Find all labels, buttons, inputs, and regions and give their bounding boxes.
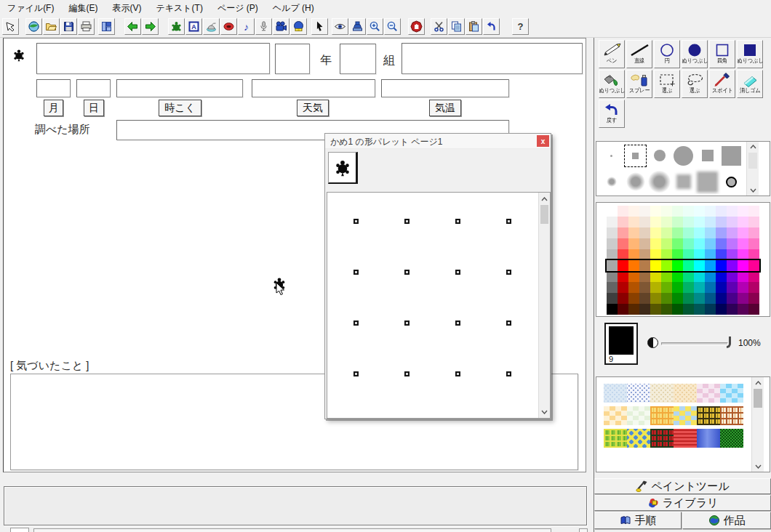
scroll-up-icon[interactable] <box>747 142 759 152</box>
brush-option[interactable] <box>695 169 719 195</box>
toolbar-select-mode-button[interactable] <box>2 18 19 35</box>
shape-slot[interactable] <box>455 270 460 275</box>
palette-color[interactable] <box>650 260 661 271</box>
toolbar-stop-button[interactable] <box>408 18 425 35</box>
brush-option[interactable] <box>671 169 695 195</box>
palette-color[interactable] <box>672 227 683 238</box>
name-field[interactable] <box>36 43 270 74</box>
palette-color[interactable] <box>748 304 759 315</box>
palette-color[interactable] <box>694 238 705 249</box>
toolbar-zoom-out-button[interactable] <box>384 18 401 35</box>
palette-color[interactable] <box>618 271 628 282</box>
dialog-titlebar[interactable]: かめ1 の形パレット ページ1 x <box>325 134 551 149</box>
palette-color[interactable] <box>738 304 748 315</box>
shape-slot[interactable] <box>455 219 460 224</box>
palette-color[interactable] <box>661 282 672 293</box>
tool-circle-outline-button[interactable]: 円 <box>654 40 680 68</box>
palette-color[interactable] <box>672 260 683 271</box>
tool-line-button[interactable]: 直線 <box>626 40 652 68</box>
works-button[interactable]: 作品 <box>682 512 771 529</box>
toolbar-undo-button[interactable] <box>483 18 500 35</box>
palette-color[interactable] <box>650 227 661 238</box>
scroll-up-icon[interactable] <box>539 193 550 204</box>
palette-color[interactable] <box>683 217 694 227</box>
brush-scrollbar[interactable] <box>746 142 759 196</box>
palette-color[interactable] <box>672 304 683 315</box>
palette-color[interactable] <box>727 293 738 304</box>
palette-color[interactable] <box>618 238 628 249</box>
pattern-swatch[interactable] <box>650 384 674 403</box>
shape-slot-area[interactable] <box>327 192 551 419</box>
palette-color[interactable] <box>716 238 727 249</box>
palette-color[interactable] <box>607 293 618 304</box>
pattern-swatch[interactable] <box>697 384 720 403</box>
tool-select-rect-button[interactable]: 選ぶ <box>654 70 680 98</box>
toolbar-open-button[interactable] <box>43 18 60 35</box>
palette-color[interactable] <box>607 217 618 227</box>
palette-color[interactable] <box>716 282 727 293</box>
palette-color[interactable] <box>716 293 727 304</box>
palette-color[interactable] <box>716 206 727 217</box>
toolbar-page-back-button[interactable] <box>124 18 141 35</box>
palette-color[interactable] <box>748 282 759 293</box>
palette-color[interactable] <box>607 238 618 249</box>
palette-color[interactable] <box>705 206 716 217</box>
palette-color[interactable] <box>705 217 716 227</box>
palette-color[interactable] <box>716 271 727 282</box>
scroll-down-icon[interactable] <box>539 406 550 417</box>
pattern-swatch[interactable] <box>627 429 650 448</box>
palette-color[interactable] <box>705 271 716 282</box>
palette-color[interactable] <box>716 227 727 238</box>
shape-slot[interactable] <box>455 371 460 376</box>
toolbar-media-button[interactable] <box>220 18 237 35</box>
toolbar-save-button[interactable] <box>60 18 77 35</box>
palette-color[interactable] <box>738 260 748 271</box>
palette-color[interactable] <box>748 227 759 238</box>
toolbar-record-button[interactable] <box>255 18 272 35</box>
year-field[interactable] <box>275 44 310 74</box>
paint-tool-button[interactable]: ペイントツール <box>594 478 771 494</box>
tool-bucket-button[interactable]: ぬりつぶし <box>599 70 625 98</box>
toolbar-copy-button[interactable] <box>448 18 465 35</box>
tool-pen-button[interactable]: ペン <box>599 40 625 68</box>
brush-option[interactable] <box>647 142 671 169</box>
palette-color[interactable] <box>683 249 694 260</box>
library-button[interactable]: ライブラリ <box>594 495 771 511</box>
palette-color[interactable] <box>748 271 759 282</box>
palette-color[interactable] <box>705 293 716 304</box>
tool-spray-button[interactable]: スプレー <box>626 70 652 98</box>
brush-option[interactable] <box>695 142 719 169</box>
palette-color[interactable] <box>694 206 705 217</box>
tool-square-fill-button[interactable]: ぬりつぶし <box>737 40 763 68</box>
palette-color[interactable] <box>618 282 628 293</box>
scroll-up-icon[interactable] <box>752 377 764 388</box>
temperature-field[interactable] <box>381 79 509 97</box>
shape-slot[interactable] <box>506 371 511 376</box>
palette-color[interactable] <box>672 282 683 293</box>
time-field[interactable] <box>116 79 243 97</box>
palette-color[interactable] <box>628 217 639 227</box>
class-field[interactable] <box>340 44 376 74</box>
toolbar-stamp-button[interactable] <box>349 18 366 35</box>
brush-option[interactable] <box>623 169 647 195</box>
toolbar-help-button[interactable]: ? <box>512 18 529 35</box>
palette-color[interactable] <box>661 249 672 260</box>
palette-color[interactable] <box>748 249 759 260</box>
palette-color[interactable] <box>727 206 738 217</box>
palette-color[interactable] <box>661 260 672 271</box>
palette-color[interactable] <box>628 282 639 293</box>
palette-color[interactable] <box>650 271 661 282</box>
palette-color[interactable] <box>607 282 618 293</box>
toolbar-pointer-button[interactable] <box>311 18 328 35</box>
turtle-shape-dialog[interactable]: かめ1 の形パレット ページ1 x <box>324 133 551 419</box>
palette-color[interactable] <box>607 249 618 260</box>
menu-text[interactable]: テキスト(T) <box>148 0 209 17</box>
palette-color[interactable] <box>672 249 683 260</box>
day-field[interactable] <box>76 79 111 97</box>
palette-color[interactable] <box>683 271 694 282</box>
palette-color[interactable] <box>694 293 705 304</box>
palette-color[interactable] <box>628 293 639 304</box>
palette-color[interactable] <box>738 293 748 304</box>
tool-undo-tool-button[interactable]: 戻す <box>599 100 625 128</box>
shape-slot[interactable] <box>455 321 460 326</box>
